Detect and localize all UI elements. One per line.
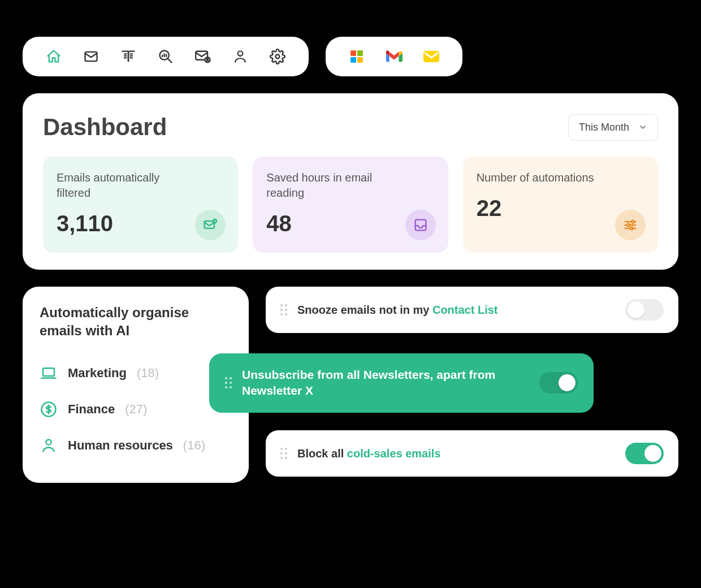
svg-point-5 (238, 51, 243, 56)
page-title: Dashboard (43, 114, 167, 141)
rules-column: Snooze emails not in my Contact List Uns… (266, 287, 678, 477)
search-analytics-icon[interactable] (157, 48, 174, 65)
rule-toggle[interactable] (539, 372, 578, 394)
stat-automations: Number of automations 22 (463, 157, 658, 253)
user-icon[interactable] (232, 48, 249, 65)
rule-toggle[interactable] (625, 443, 664, 464)
category-finance[interactable]: Finance (27) (40, 391, 232, 427)
drag-handle-icon[interactable] (225, 377, 232, 388)
category-name: Marketing (68, 366, 127, 381)
integrations-toolbar (326, 37, 462, 76)
svg-rect-20 (43, 368, 54, 376)
chevron-down-icon (638, 123, 647, 132)
mail-provider-yellow-icon[interactable] (423, 48, 440, 65)
svg-point-17 (627, 224, 630, 227)
svg-rect-9 (350, 57, 356, 63)
person-icon (40, 436, 58, 455)
rule-unsubscribe-featured: Unsubscribe from all Newsletters, apart … (209, 353, 594, 413)
rule-text: Block all cold-sales emails (297, 446, 615, 461)
category-count: (16) (183, 438, 205, 453)
category-marketing[interactable]: Marketing (18) (40, 355, 232, 391)
rule-block-cold-sales: Block all cold-sales emails (266, 430, 678, 477)
rule-toggle[interactable] (625, 299, 664, 321)
svg-rect-7 (350, 50, 356, 56)
stat-saved-hours: Saved hours in email reading 48 (253, 157, 448, 253)
stat-emails-filtered: Emails automatically filtered 3,110 (43, 157, 238, 253)
stat-label: Saved hours in email reading (266, 170, 391, 201)
svg-rect-10 (357, 57, 363, 63)
laptop-icon (40, 364, 58, 382)
mail-user-icon[interactable] (194, 48, 211, 65)
book-icon[interactable] (120, 48, 137, 65)
microsoft-icon[interactable] (348, 48, 365, 65)
rule-snooze: Snooze emails not in my Contact List (266, 287, 678, 333)
period-label: This Month (579, 122, 629, 133)
main-toolbar (23, 37, 309, 76)
inbox-icon (405, 210, 436, 240)
category-hr[interactable]: Human resources (16) (40, 427, 232, 464)
svg-rect-12 (205, 221, 215, 228)
gmail-icon[interactable] (386, 48, 403, 65)
mail-filter-icon (195, 210, 226, 240)
svg-point-15 (631, 220, 634, 223)
dashboard-card: Dashboard This Month Emails automaticall… (23, 93, 678, 270)
drag-handle-icon[interactable] (280, 448, 287, 459)
mail-icon[interactable] (83, 48, 99, 65)
svg-point-6 (276, 55, 280, 59)
category-count: (27) (125, 402, 147, 417)
categories-title: Automatically organise emails with AI (40, 304, 232, 340)
stat-label: Emails automatically filtered (57, 170, 181, 201)
gear-icon[interactable] (269, 48, 286, 65)
category-name: Human resources (68, 438, 173, 453)
svg-rect-11 (423, 51, 439, 62)
svg-rect-8 (357, 50, 363, 56)
stat-label: Number of automations (477, 170, 601, 185)
dollar-icon (40, 400, 58, 418)
sliders-icon (615, 210, 646, 240)
rule-text: Unsubscribe from all Newsletters, apart … (242, 367, 529, 399)
home-icon[interactable] (45, 48, 62, 65)
rule-text: Snooze emails not in my Contact List (297, 302, 615, 318)
svg-point-19 (630, 227, 633, 230)
svg-point-22 (46, 439, 51, 444)
drag-handle-icon[interactable] (280, 304, 287, 315)
period-select[interactable]: This Month (568, 114, 658, 141)
category-count: (18) (137, 366, 159, 381)
category-name: Finance (68, 402, 115, 417)
